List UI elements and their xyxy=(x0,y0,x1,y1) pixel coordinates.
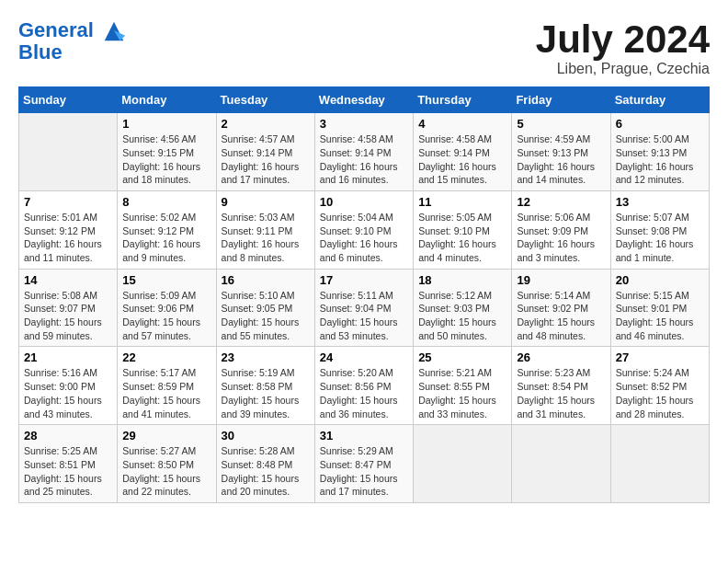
day-number: 28 xyxy=(24,429,112,442)
calendar-cell: 12Sunrise: 5:06 AM Sunset: 9:09 PM Dayli… xyxy=(512,190,610,269)
calendar-cell: 5Sunrise: 4:59 AM Sunset: 9:13 PM Daylig… xyxy=(512,113,610,191)
day-info: Sunrise: 5:00 AM Sunset: 9:13 PM Dayligh… xyxy=(616,132,704,187)
day-number: 15 xyxy=(122,273,210,287)
day-number: 12 xyxy=(517,195,605,209)
calendar-cell: 11Sunrise: 5:05 AM Sunset: 9:10 PM Dayli… xyxy=(414,190,512,269)
day-number: 26 xyxy=(517,350,605,364)
col-header-sunday: Sunday xyxy=(19,87,118,113)
calendar-cell: 6Sunrise: 5:00 AM Sunset: 9:13 PM Daylig… xyxy=(610,113,709,191)
col-header-monday: Monday xyxy=(118,87,216,113)
day-info: Sunrise: 5:03 AM Sunset: 9:11 PM Dayligh… xyxy=(222,211,310,265)
calendar-cell: 15Sunrise: 5:09 AM Sunset: 9:06 PM Dayli… xyxy=(118,269,216,347)
calendar-cell: 3Sunrise: 4:58 AM Sunset: 9:14 PM Daylig… xyxy=(314,113,413,191)
day-number: 16 xyxy=(222,273,310,287)
day-number: 24 xyxy=(320,350,408,364)
calendar-table: SundayMondayTuesdayWednesdayThursdayFrid… xyxy=(18,86,710,503)
day-info: Sunrise: 5:04 AM Sunset: 9:10 PM Dayligh… xyxy=(320,211,408,265)
calendar-cell: 14Sunrise: 5:08 AM Sunset: 9:07 PM Dayli… xyxy=(19,269,118,347)
calendar-cell: 20Sunrise: 5:15 AM Sunset: 9:01 PM Dayli… xyxy=(610,269,709,347)
calendar-cell: 8Sunrise: 5:02 AM Sunset: 9:12 PM Daylig… xyxy=(118,190,216,269)
day-info: Sunrise: 5:11 AM Sunset: 9:04 PM Dayligh… xyxy=(320,289,408,343)
day-info: Sunrise: 5:12 AM Sunset: 9:03 PM Dayligh… xyxy=(418,289,506,343)
day-number: 3 xyxy=(320,117,408,131)
calendar-cell xyxy=(414,425,512,503)
day-info: Sunrise: 5:24 AM Sunset: 8:52 PM Dayligh… xyxy=(616,366,704,420)
calendar-cell: 27Sunrise: 5:24 AM Sunset: 8:52 PM Dayli… xyxy=(610,347,709,425)
day-number: 5 xyxy=(517,117,605,131)
day-number: 2 xyxy=(222,117,310,131)
day-info: Sunrise: 4:57 AM Sunset: 9:14 PM Dayligh… xyxy=(222,132,310,187)
calendar-cell: 30Sunrise: 5:28 AM Sunset: 8:48 PM Dayli… xyxy=(216,425,314,503)
day-info: Sunrise: 4:56 AM Sunset: 9:15 PM Dayligh… xyxy=(122,132,210,187)
day-info: Sunrise: 5:09 AM Sunset: 9:06 PM Dayligh… xyxy=(122,289,210,343)
calendar-cell: 22Sunrise: 5:17 AM Sunset: 8:59 PM Dayli… xyxy=(118,347,216,425)
day-info: Sunrise: 5:27 AM Sunset: 8:50 PM Dayligh… xyxy=(122,444,210,499)
day-info: Sunrise: 5:17 AM Sunset: 8:59 PM Dayligh… xyxy=(122,366,210,420)
day-info: Sunrise: 5:29 AM Sunset: 8:47 PM Dayligh… xyxy=(320,444,408,499)
calendar-cell: 25Sunrise: 5:21 AM Sunset: 8:55 PM Dayli… xyxy=(414,347,512,425)
calendar-cell xyxy=(19,113,118,191)
day-number: 20 xyxy=(616,273,704,287)
subtitle: Liben, Prague, Czechia xyxy=(536,61,710,77)
day-info: Sunrise: 5:15 AM Sunset: 9:01 PM Dayligh… xyxy=(616,289,704,343)
day-info: Sunrise: 5:16 AM Sunset: 9:00 PM Dayligh… xyxy=(24,366,112,420)
day-number: 6 xyxy=(616,117,704,131)
day-number: 4 xyxy=(418,117,506,131)
day-info: Sunrise: 5:07 AM Sunset: 9:08 PM Dayligh… xyxy=(616,211,704,265)
day-number: 17 xyxy=(320,273,408,287)
col-header-saturday: Saturday xyxy=(610,87,709,113)
day-number: 1 xyxy=(122,117,210,131)
calendar-cell: 2Sunrise: 4:57 AM Sunset: 9:14 PM Daylig… xyxy=(216,113,314,191)
calendar-cell: 1Sunrise: 4:56 AM Sunset: 9:15 PM Daylig… xyxy=(118,113,216,191)
day-info: Sunrise: 5:10 AM Sunset: 9:05 PM Dayligh… xyxy=(222,289,310,343)
day-number: 14 xyxy=(24,273,112,287)
day-info: Sunrise: 5:05 AM Sunset: 9:10 PM Dayligh… xyxy=(418,211,506,265)
col-header-friday: Friday xyxy=(512,87,610,113)
day-number: 13 xyxy=(616,195,704,209)
calendar-cell xyxy=(512,425,610,503)
logo: General Blue xyxy=(18,18,127,64)
day-info: Sunrise: 5:28 AM Sunset: 8:48 PM Dayligh… xyxy=(222,444,310,499)
col-header-thursday: Thursday xyxy=(414,87,512,113)
calendar-cell: 16Sunrise: 5:10 AM Sunset: 9:05 PM Dayli… xyxy=(216,269,314,347)
day-number: 22 xyxy=(122,350,210,364)
day-number: 18 xyxy=(418,273,506,287)
calendar-cell: 28Sunrise: 5:25 AM Sunset: 8:51 PM Dayli… xyxy=(19,425,118,503)
day-info: Sunrise: 5:20 AM Sunset: 8:56 PM Dayligh… xyxy=(320,366,408,420)
day-info: Sunrise: 5:23 AM Sunset: 8:54 PM Dayligh… xyxy=(517,366,605,420)
day-number: 30 xyxy=(222,429,310,442)
day-number: 10 xyxy=(320,195,408,209)
day-info: Sunrise: 4:59 AM Sunset: 9:13 PM Dayligh… xyxy=(517,132,605,187)
day-number: 21 xyxy=(24,350,112,364)
page-header: General Blue July 2024 Liben, Prague, Cz… xyxy=(18,18,710,77)
day-number: 25 xyxy=(418,350,506,364)
calendar-cell: 29Sunrise: 5:27 AM Sunset: 8:50 PM Dayli… xyxy=(118,425,216,503)
day-info: Sunrise: 5:19 AM Sunset: 8:58 PM Dayligh… xyxy=(222,366,310,420)
day-info: Sunrise: 5:01 AM Sunset: 9:12 PM Dayligh… xyxy=(24,211,112,265)
day-info: Sunrise: 5:08 AM Sunset: 9:07 PM Dayligh… xyxy=(24,289,112,343)
col-header-wednesday: Wednesday xyxy=(314,87,413,113)
calendar-cell: 9Sunrise: 5:03 AM Sunset: 9:11 PM Daylig… xyxy=(216,190,314,269)
calendar-cell: 7Sunrise: 5:01 AM Sunset: 9:12 PM Daylig… xyxy=(19,190,118,269)
day-number: 11 xyxy=(418,195,506,209)
calendar-cell: 26Sunrise: 5:23 AM Sunset: 8:54 PM Dayli… xyxy=(512,347,610,425)
main-title: July 2024 xyxy=(536,18,710,61)
col-header-tuesday: Tuesday xyxy=(216,87,314,113)
day-number: 29 xyxy=(122,429,210,442)
calendar-cell: 4Sunrise: 4:58 AM Sunset: 9:14 PM Daylig… xyxy=(414,113,512,191)
day-info: Sunrise: 5:02 AM Sunset: 9:12 PM Dayligh… xyxy=(122,211,210,265)
day-info: Sunrise: 4:58 AM Sunset: 9:14 PM Dayligh… xyxy=(320,132,408,187)
title-block: July 2024 Liben, Prague, Czechia xyxy=(536,18,710,77)
day-number: 8 xyxy=(122,195,210,209)
day-number: 19 xyxy=(517,273,605,287)
day-number: 27 xyxy=(616,350,704,364)
calendar-cell xyxy=(610,425,709,503)
day-number: 23 xyxy=(222,350,310,364)
day-info: Sunrise: 4:58 AM Sunset: 9:14 PM Dayligh… xyxy=(418,132,506,187)
calendar-cell: 18Sunrise: 5:12 AM Sunset: 9:03 PM Dayli… xyxy=(414,269,512,347)
day-number: 9 xyxy=(222,195,310,209)
calendar-cell: 23Sunrise: 5:19 AM Sunset: 8:58 PM Dayli… xyxy=(216,347,314,425)
day-info: Sunrise: 5:25 AM Sunset: 8:51 PM Dayligh… xyxy=(24,444,112,499)
day-info: Sunrise: 5:21 AM Sunset: 8:55 PM Dayligh… xyxy=(418,366,506,420)
calendar-cell: 17Sunrise: 5:11 AM Sunset: 9:04 PM Dayli… xyxy=(314,269,413,347)
